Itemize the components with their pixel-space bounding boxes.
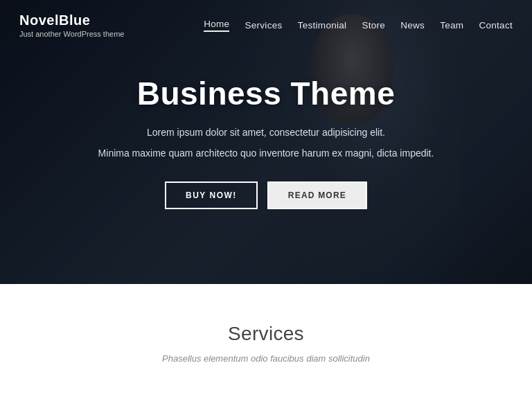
site-header: NovelBlue Just another WordPress theme H… (0, 0, 532, 51)
nav-news[interactable]: News (400, 20, 425, 30)
hero-content: Business Theme Lorem ipsum dolor sit ame… (71, 75, 462, 209)
read-more-button[interactable]: READ MORE (267, 181, 367, 209)
services-title: Services (28, 323, 504, 345)
nav-testimonial[interactable]: Testimonial (298, 20, 347, 30)
buy-now-button[interactable]: BUY NOW! (165, 181, 258, 209)
services-section: Services Phasellus elementum odio faucib… (0, 284, 532, 399)
nav-services[interactable]: Services (245, 20, 282, 30)
brand-name: NovelBlue (19, 12, 124, 28)
nav-contact[interactable]: Contact (479, 20, 513, 30)
hero-subtitle-1: Lorem ipsum dolor sit amet, consectetur … (98, 125, 434, 141)
hero-title: Business Theme (98, 75, 434, 112)
hero-subtitle-2: Minima maxime quam architecto quo invent… (98, 145, 434, 162)
main-nav: Home Services Testimonial Store News Tea… (204, 19, 513, 32)
brand-block: NovelBlue Just another WordPress theme (19, 12, 124, 38)
brand-tagline: Just another WordPress theme (19, 30, 124, 38)
nav-home[interactable]: Home (204, 19, 229, 32)
nav-store[interactable]: Store (362, 20, 385, 30)
hero-buttons: BUY NOW! READ MORE (98, 181, 434, 209)
nav-team[interactable]: Team (440, 20, 463, 30)
services-subtitle: Phasellus elementum odio faucibus diam s… (28, 353, 504, 364)
